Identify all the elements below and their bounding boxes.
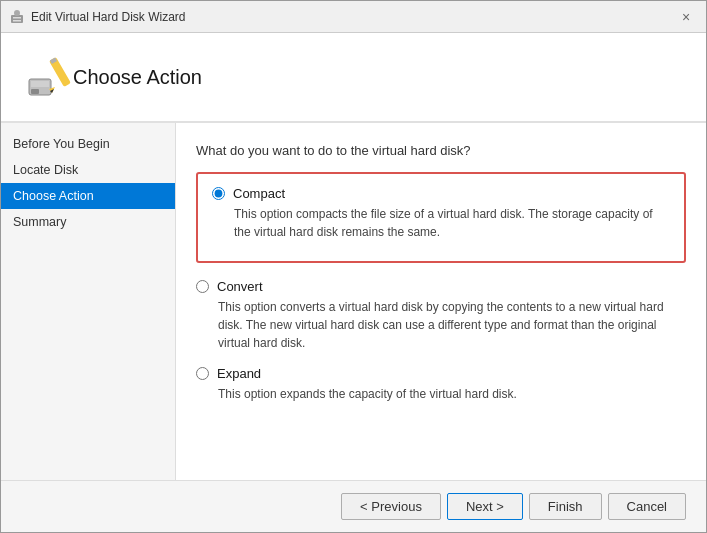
previous-button[interactable]: < Previous bbox=[341, 493, 441, 520]
wizard-header: Choose Action bbox=[1, 33, 706, 123]
convert-option-section: Convert This option converts a virtual h… bbox=[196, 279, 686, 352]
svg-rect-1 bbox=[13, 17, 21, 19]
expand-label: Expand bbox=[217, 366, 261, 381]
cancel-button[interactable]: Cancel bbox=[608, 493, 686, 520]
sidebar-item-choose-action[interactable]: Choose Action bbox=[1, 183, 175, 209]
sidebar: Before You Begin Locate Disk Choose Acti… bbox=[1, 123, 176, 480]
sidebar-item-before-you-begin[interactable]: Before You Begin bbox=[1, 131, 175, 157]
convert-radio[interactable] bbox=[196, 280, 209, 293]
svg-rect-6 bbox=[31, 89, 39, 94]
svg-rect-0 bbox=[11, 15, 23, 23]
sidebar-item-summary[interactable]: Summary bbox=[1, 209, 175, 235]
convert-label: Convert bbox=[217, 279, 263, 294]
wizard-footer: < Previous Next > Finish Cancel bbox=[1, 480, 706, 532]
content-area: Before You Begin Locate Disk Choose Acti… bbox=[1, 123, 706, 480]
compact-label: Compact bbox=[233, 186, 285, 201]
svg-rect-2 bbox=[13, 20, 21, 22]
compact-option-row: Compact bbox=[212, 186, 670, 201]
compact-radio[interactable] bbox=[212, 187, 225, 200]
next-button[interactable]: Next > bbox=[447, 493, 523, 520]
title-bar: Edit Virtual Hard Disk Wizard × bbox=[1, 1, 706, 33]
compact-description: This option compacts the file size of a … bbox=[234, 205, 670, 241]
expand-option-row: Expand bbox=[196, 366, 686, 381]
compact-option-box: Compact This option compacts the file si… bbox=[196, 172, 686, 263]
convert-description: This option converts a virtual hard disk… bbox=[218, 298, 686, 352]
main-panel: What do you want to do to the virtual ha… bbox=[176, 123, 706, 480]
close-button[interactable]: × bbox=[674, 5, 698, 29]
wizard-window: Edit Virtual Hard Disk Wizard × Choose A… bbox=[0, 0, 707, 533]
expand-radio[interactable] bbox=[196, 367, 209, 380]
svg-point-3 bbox=[14, 10, 20, 16]
svg-rect-5 bbox=[31, 81, 49, 87]
finish-button[interactable]: Finish bbox=[529, 493, 602, 520]
page-title: Choose Action bbox=[73, 66, 202, 89]
window-title: Edit Virtual Hard Disk Wizard bbox=[31, 10, 674, 24]
expand-option-section: Expand This option expands the capacity … bbox=[196, 366, 686, 403]
expand-description: This option expands the capacity of the … bbox=[218, 385, 686, 403]
sidebar-item-locate-disk[interactable]: Locate Disk bbox=[1, 157, 175, 183]
convert-option-row: Convert bbox=[196, 279, 686, 294]
titlebar-icon bbox=[9, 9, 25, 25]
question-text: What do you want to do to the virtual ha… bbox=[196, 143, 686, 158]
wizard-icon bbox=[21, 51, 73, 103]
